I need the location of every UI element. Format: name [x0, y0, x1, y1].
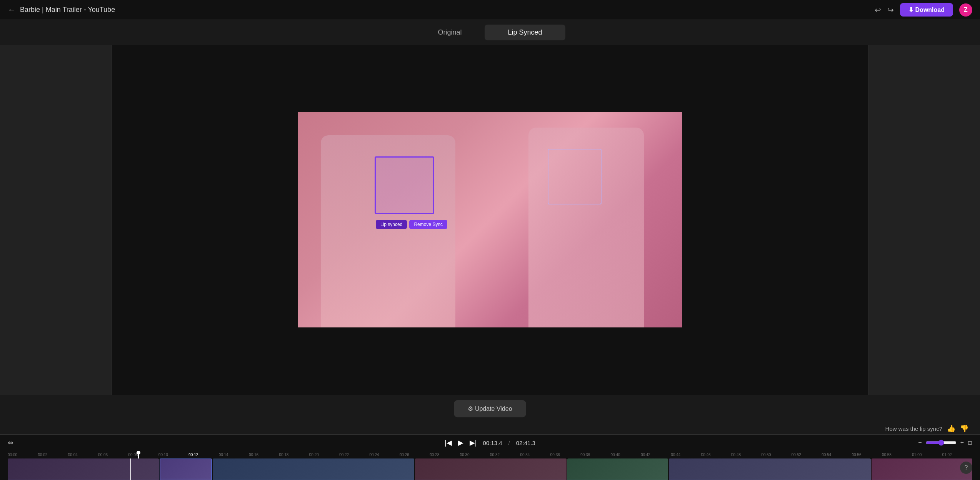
- ruler-mark-25: 00:50: [761, 453, 791, 457]
- tab-lip-synced[interactable]: Lip Synced: [485, 25, 565, 40]
- zoom-in-icon[interactable]: +: [960, 439, 964, 446]
- skip-to-start-button[interactable]: |◀: [445, 438, 452, 447]
- time-ruler: 00:00 00:02 00:04 00:06 00:08 00:10 00:1…: [0, 451, 980, 458]
- sidebar-right: [868, 45, 980, 395]
- ruler-mark-11: 00:22: [339, 453, 369, 457]
- ruler-mark-14: 00:28: [430, 453, 460, 457]
- update-video-button[interactable]: ⚙ Update Video: [454, 400, 526, 417]
- filmstrip-track[interactable]: [0, 458, 980, 480]
- ruler-mark-5: 00:10: [158, 453, 188, 457]
- filmstrip-segment-4: [415, 458, 566, 480]
- tab-original[interactable]: Original: [415, 25, 485, 40]
- timeline-section: ⇔ |◀ ▶ ▶| 00:13.4 / 02:41.3 − + ⊡ 00:00 …: [0, 434, 980, 480]
- remove-sync-button[interactable]: Remove Sync: [409, 220, 447, 229]
- ruler-mark-21: 00:42: [641, 453, 671, 457]
- ruler-mark-4: 00:08: [128, 453, 158, 457]
- ruler-mark-6: 00:12: [188, 453, 218, 457]
- timeline-right-controls: − + ⊡: [918, 439, 972, 446]
- ruler-mark-0: 00:00: [8, 453, 38, 457]
- play-button[interactable]: ▶: [458, 438, 463, 447]
- audio-waveform-2: [160, 478, 211, 480]
- zoom-slider[interactable]: [926, 440, 957, 446]
- ruler-mark-15: 00:30: [460, 453, 490, 457]
- filmstrip-segment-7: [872, 458, 972, 480]
- face-box-1-inner: [376, 158, 433, 213]
- face-box-1[interactable]: Lip synced Remove Sync: [375, 156, 434, 214]
- top-bar: ← Barbie | Main Trailer - YouTube ↩ ↪ ⬇ …: [0, 0, 980, 20]
- thumbs-up-icon[interactable]: 👍: [947, 424, 955, 433]
- ruler-mark-7: 00:14: [219, 453, 249, 457]
- playhead-head: [137, 451, 140, 455]
- ruler-mark-1: 00:02: [38, 453, 68, 457]
- zoom-out-icon[interactable]: −: [918, 439, 922, 446]
- avatar: Z: [959, 3, 972, 17]
- ruler-mark-30: 01:00: [912, 453, 942, 457]
- fit-icon[interactable]: ⊡: [968, 440, 972, 446]
- top-bar-right: ↩ ↪ ⬇ Download Z: [875, 3, 972, 17]
- resize-icon: ⇔: [8, 438, 13, 447]
- ruler-mark-22: 00:44: [671, 453, 701, 457]
- feedback-bar: How was the lip sync? 👍 👎: [0, 423, 980, 434]
- sidebar-left: [0, 45, 112, 395]
- ruler-mark-29: 00:58: [882, 453, 912, 457]
- ruler-mark-17: 00:34: [520, 453, 550, 457]
- video-frame: Lip synced Remove Sync: [298, 112, 682, 327]
- ruler-mark-27: 00:54: [822, 453, 852, 457]
- timeline-left-controls: ⇔: [8, 438, 13, 447]
- time-separator: /: [508, 440, 510, 446]
- ruler-mark-19: 00:38: [580, 453, 610, 457]
- ruler-mark-23: 00:46: [701, 453, 731, 457]
- download-button[interactable]: ⬇ Download: [900, 3, 953, 17]
- filmstrip-segment-2: [160, 458, 212, 480]
- ruler-mark-3: 00:06: [98, 453, 128, 457]
- filmstrip-segment-3: [213, 458, 415, 480]
- skip-to-end-button[interactable]: ▶|: [470, 438, 477, 447]
- ruler-mark-12: 00:24: [370, 453, 400, 457]
- ruler-mark-10: 00:20: [309, 453, 339, 457]
- filmstrip-segment-6: [669, 458, 871, 480]
- top-bar-left: ← Barbie | Main Trailer - YouTube: [8, 5, 115, 14]
- ruler-mark-31: 01:02: [942, 453, 972, 457]
- face-box-2[interactable]: [548, 149, 602, 204]
- help-icon[interactable]: ?: [960, 462, 972, 474]
- back-button[interactable]: ←: [8, 5, 15, 14]
- ruler-track: 00:00 00:02 00:04 00:06 00:08 00:10 00:1…: [8, 453, 972, 457]
- ruler-mark-9: 00:18: [279, 453, 309, 457]
- face-tooltip: Lip synced Remove Sync: [376, 220, 447, 229]
- ruler-mark-2: 00:04: [68, 453, 98, 457]
- video-background: Lip synced Remove Sync: [298, 112, 682, 327]
- playhead[interactable]: [138, 451, 139, 458]
- redo-button[interactable]: ↪: [887, 5, 894, 15]
- update-video-section: ⚙ Update Video: [0, 395, 980, 423]
- ruler-mark-8: 00:16: [249, 453, 279, 457]
- face-lip-synced-label: Lip synced: [376, 220, 407, 229]
- ruler-mark-13: 00:26: [400, 453, 430, 457]
- total-time: 02:41.3: [516, 440, 535, 446]
- thumbs-down-icon[interactable]: 👎: [960, 424, 968, 433]
- filmstrip-segment-1: [8, 458, 159, 480]
- ruler-mark-20: 00:40: [611, 453, 641, 457]
- timeline-controls: ⇔ |◀ ▶ ▶| 00:13.4 / 02:41.3 − + ⊡: [0, 435, 980, 451]
- undo-button[interactable]: ↩: [875, 5, 881, 15]
- ruler-mark-26: 00:52: [792, 453, 822, 457]
- filmstrip-segment-5: [567, 458, 668, 480]
- video-container: Lip synced Remove Sync: [112, 45, 868, 395]
- feedback-text: How was the lip sync?: [885, 425, 942, 432]
- ruler-mark-18: 00:36: [550, 453, 580, 457]
- ruler-mark-24: 00:48: [731, 453, 761, 457]
- main-content: Lip synced Remove Sync: [0, 45, 980, 395]
- ruler-mark-16: 00:32: [490, 453, 520, 457]
- ruler-mark-28: 00:56: [852, 453, 882, 457]
- page-title: Barbie | Main Trailer - YouTube: [20, 6, 115, 14]
- filmstrip-playhead: [130, 458, 131, 480]
- timeline-center-controls: |◀ ▶ ▶| 00:13.4 / 02:41.3: [445, 438, 535, 447]
- current-time: 00:13.4: [483, 440, 502, 446]
- tab-bar: Original Lip Synced: [0, 20, 980, 45]
